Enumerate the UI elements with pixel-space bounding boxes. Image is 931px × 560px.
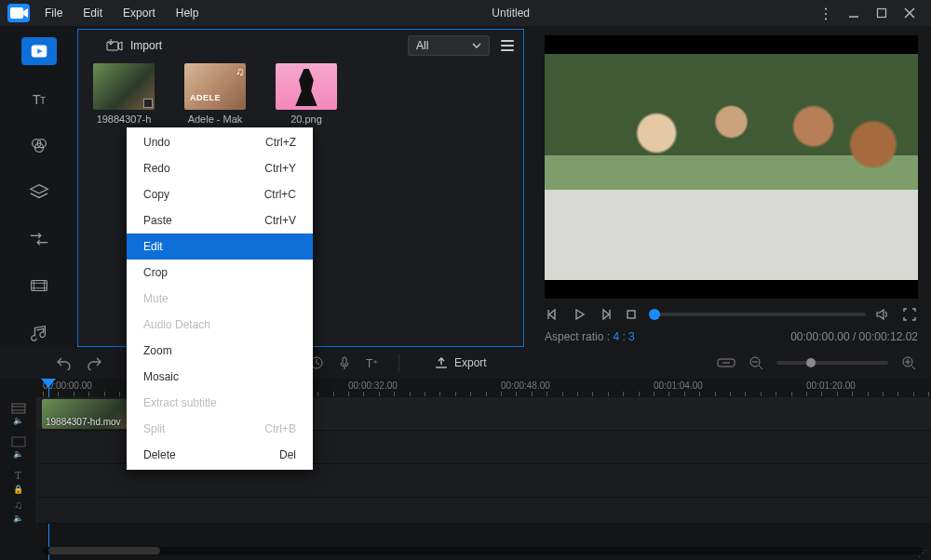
window-controls: ⋯ [814, 4, 929, 22]
preview-viewport[interactable] [545, 35, 918, 299]
media-item-label: 19884307-h [97, 113, 152, 125]
context-menu-shortcut: Ctrl+C [264, 188, 296, 201]
player-controls [545, 299, 918, 325]
time-display: 00:00:00.00 / 00:00:12.02 [790, 330, 918, 343]
media-item[interactable]: 20.png [274, 63, 339, 125]
stop-button[interactable] [623, 306, 640, 323]
scrollbar-thumb[interactable] [48, 547, 160, 554]
svg-marker-26 [576, 310, 584, 319]
rail-transitions[interactable] [21, 225, 57, 253]
context-menu-item: Mute [127, 286, 313, 312]
context-menu-item: Extract subtitle [127, 390, 313, 416]
context-menu-item[interactable]: Edit [127, 233, 313, 260]
context-menu-item[interactable]: Crop [127, 260, 313, 286]
svg-marker-27 [603, 310, 609, 319]
context-menu-item[interactable]: Mosaic [127, 364, 313, 390]
context-menu-item[interactable]: Zoom [127, 338, 313, 364]
window-close-button[interactable] [897, 4, 922, 22]
ruler-label: 00:00:32.00 [348, 380, 398, 391]
menu-edit[interactable]: Edit [74, 3, 112, 23]
next-frame-button[interactable] [597, 306, 614, 323]
fullscreen-button[interactable] [901, 306, 918, 323]
svg-marker-30 [877, 310, 884, 319]
context-menu-label: Delete [143, 448, 176, 461]
context-menu-item[interactable]: DeleteDel [127, 442, 313, 468]
play-button[interactable] [571, 306, 587, 323]
rail-elements[interactable] [21, 272, 57, 300]
rail-text[interactable]: TT [21, 84, 57, 112]
menu-file[interactable]: File [35, 3, 72, 23]
track-head-audio[interactable]: ♫🔈 [0, 498, 37, 524]
context-menu-label: Undo [143, 136, 170, 149]
tool-text-button[interactable]: T⁺ [365, 355, 382, 370]
aspect-ratio-value: 4 : 3 [613, 330, 634, 343]
title-bar: File Edit Export Help Untitled ⋯ [0, 0, 931, 26]
context-menu-label: Mute [143, 292, 169, 305]
overlays-icon [29, 181, 49, 202]
context-menu-label: Audio Detach [143, 318, 210, 331]
menu-help[interactable]: Help [167, 3, 209, 23]
window-maximize-button[interactable] [870, 4, 894, 22]
context-menu-shortcut: Ctrl+V [264, 214, 296, 227]
track-lane[interactable] [37, 498, 931, 524]
timeline-scrollbar[interactable] [43, 547, 922, 554]
context-menu-label: Split [143, 422, 165, 435]
import-button[interactable]: Import [106, 39, 162, 52]
zoom-out-button[interactable] [749, 355, 763, 370]
tool-voiceover-button[interactable] [337, 355, 352, 370]
svg-rect-47 [343, 357, 346, 365]
context-menu-item[interactable]: PasteCtrl+V [127, 207, 313, 233]
track-head-text[interactable]: T🔒 [0, 464, 37, 498]
zoom-slider-handle[interactable] [806, 358, 816, 367]
context-menu-shortcut: Del [279, 448, 296, 461]
context-menu: UndoCtrl+ZRedoCtrl+YCopyCtrl+CPasteCtrl+… [127, 127, 313, 470]
ruler-label: 00:00:48.00 [501, 380, 550, 391]
elements-icon [29, 275, 49, 296]
context-menu-label: Extract subtitle [143, 396, 217, 409]
svg-line-58 [911, 366, 915, 369]
fit-timeline-button[interactable] [717, 356, 735, 369]
redo-button[interactable] [86, 355, 102, 370]
clip-label: 19884307-hd.mov [46, 417, 121, 427]
ruler-label: 00:01:20.00 [806, 380, 856, 391]
context-menu-item[interactable]: RedoCtrl+Y [127, 155, 313, 181]
svg-marker-24 [549, 310, 555, 319]
rail-media[interactable] [21, 37, 57, 65]
volume-button[interactable] [875, 306, 892, 323]
aspect-ratio-label: Aspect ratio : 4 : 3 [545, 330, 635, 343]
svg-rect-0 [10, 7, 23, 19]
svg-rect-62 [12, 437, 25, 447]
ruler-label: 00:01:04.00 [654, 380, 703, 391]
resize-grip[interactable]: ⋰ [918, 548, 927, 558]
media-item[interactable]: 19884307-h [91, 63, 156, 125]
context-menu-item[interactable]: CopyCtrl+C [127, 181, 313, 207]
media-item-label: 20.png [290, 113, 322, 125]
rail-filters[interactable] [21, 131, 57, 159]
prev-frame-button[interactable] [545, 306, 561, 323]
window-more-button[interactable]: ⋯ [814, 4, 838, 22]
rail-music[interactable] [21, 319, 57, 347]
media-thumbnail [93, 63, 155, 110]
menu-export[interactable]: Export [114, 3, 165, 23]
list-view-toggle[interactable] [501, 40, 514, 51]
preview-panel: Aspect ratio : 4 : 3 00:00:00.00 / 00:00… [524, 26, 931, 347]
media-item[interactable]: ♫ADELE Adele - Mak [182, 63, 248, 125]
zoom-slider[interactable] [776, 361, 888, 365]
media-filter-select[interactable]: All [408, 35, 490, 56]
context-menu-label: Zoom [143, 344, 172, 357]
track-head-video[interactable]: 🔈 [0, 397, 37, 431]
rail-overlays[interactable] [21, 178, 57, 206]
track-head-pip[interactable]: 🔈 [0, 431, 37, 464]
svg-rect-29 [627, 311, 635, 318]
seek-handle[interactable] [649, 309, 660, 320]
undo-button[interactable] [56, 355, 73, 370]
context-menu-label: Paste [143, 214, 172, 227]
import-label: Import [130, 39, 162, 52]
zoom-in-button[interactable] [901, 355, 916, 370]
export-button[interactable]: Export [434, 356, 487, 369]
chevron-down-icon [472, 43, 481, 48]
audio-badge-icon: ♫ [236, 65, 244, 78]
context-menu-item[interactable]: UndoCtrl+Z [127, 129, 313, 155]
seek-bar[interactable] [649, 313, 866, 316]
window-minimize-button[interactable] [842, 4, 866, 22]
